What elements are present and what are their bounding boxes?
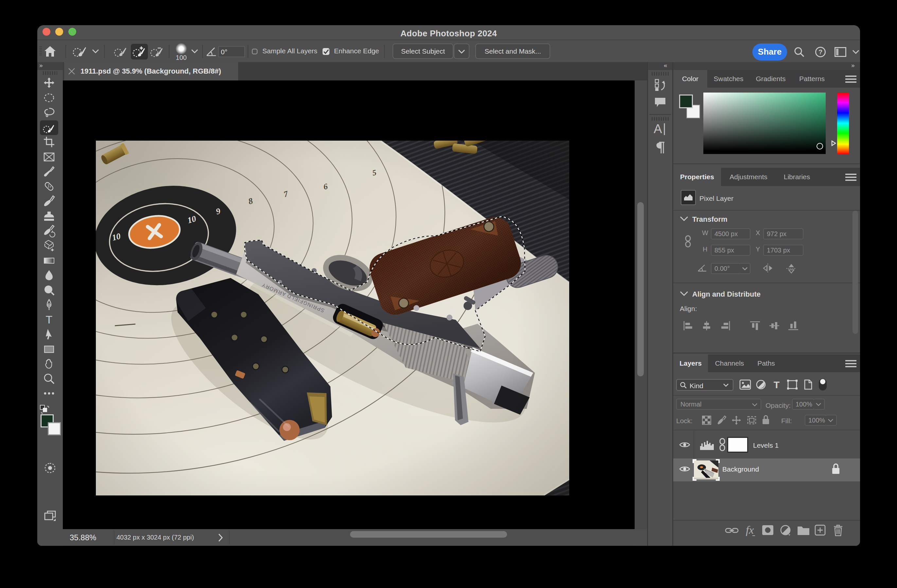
svg-text:?: ? xyxy=(819,48,822,56)
svg-text:T: T xyxy=(46,313,53,326)
svg-text:T: T xyxy=(774,379,779,390)
svg-text:A: A xyxy=(654,122,662,136)
svg-text:fx: fx xyxy=(746,524,754,536)
